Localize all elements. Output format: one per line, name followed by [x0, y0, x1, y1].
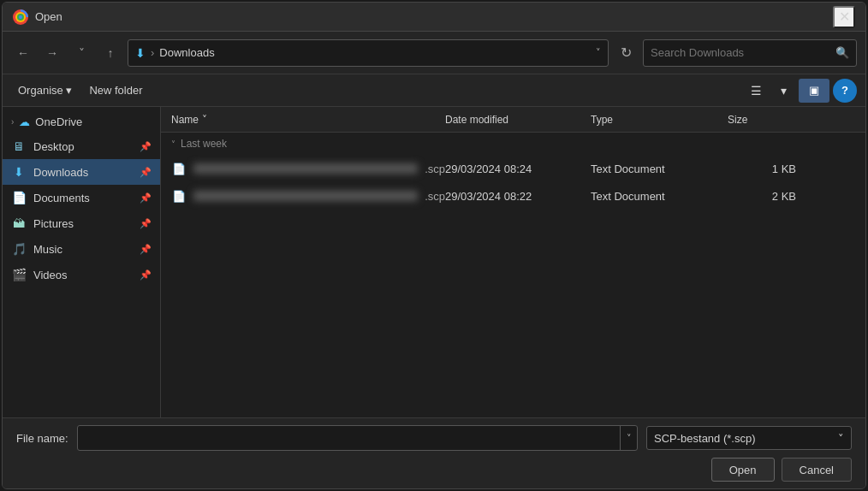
pin-icon: 📌 — [140, 141, 152, 152]
buttons-row: Open Cancel — [16, 458, 852, 482]
col-date-header[interactable]: Date modified — [445, 114, 591, 126]
search-icon: 🔍 — [835, 46, 849, 59]
pictures-pin-icon: 📌 — [140, 218, 152, 229]
file-ext-0: .scp — [425, 163, 445, 175]
toolbar: Organise ▾ New folder ☰ ▾ ▣ ? — [3, 74, 865, 107]
desktop-label: Desktop — [33, 140, 133, 153]
videos-icon: 🎬 — [11, 267, 27, 282]
address-text: Downloads — [159, 46, 591, 59]
file-size-0: 1 KB — [728, 163, 796, 175]
downloads-pin-icon: 📌 — [140, 167, 152, 178]
dialog-title: Open — [35, 10, 62, 23]
bottom-bar: File name: ˅ SCP-bestand (*.scp) ˅ Open … — [3, 417, 865, 488]
type-label: Type — [591, 114, 613, 126]
address-separator: › — [151, 46, 154, 59]
sidebar-item-desktop[interactable]: 🖥 Desktop 📌 — [3, 133, 160, 159]
svg-point-3 — [19, 15, 22, 19]
search-input[interactable] — [651, 46, 830, 59]
videos-pin-icon: 📌 — [140, 269, 152, 281]
refresh-button[interactable]: ↻ — [614, 41, 638, 65]
filetype-label: SCP-bestand (*.scp) — [654, 432, 756, 445]
sidebar-item-pictures[interactable]: 🏔 Pictures 📌 — [3, 210, 160, 236]
table-row[interactable]: 📄 .scp 29/03/2024 08:22 Text Document 2 … — [161, 182, 865, 210]
view-dropdown-button[interactable]: ▾ — [771, 79, 795, 103]
expand-arrow-icon: › — [11, 117, 14, 127]
file-name-blurred-0 — [193, 163, 418, 174]
music-icon: 🎵 — [11, 241, 27, 257]
desktop-icon: 🖥 — [11, 139, 27, 154]
sidebar: › ☁ OneDrive 🖥 Desktop 📌 ⬇ Downloads 📌 📄… — [3, 107, 161, 417]
name-label: Name — [171, 114, 199, 126]
documents-pin-icon: 📌 — [140, 192, 152, 204]
sidebar-item-onedrive[interactable]: › ☁ OneDrive — [3, 110, 160, 133]
file-name-blurred-1 — [193, 191, 418, 201]
file-area: Name ˅ Date modified Type Size ˅ Last we… — [161, 107, 865, 417]
filename-row: File name: ˅ SCP-bestand (*.scp) ˅ — [16, 425, 852, 451]
sidebar-item-documents[interactable]: 📄 Documents 📌 — [3, 185, 160, 210]
filetype-select[interactable]: SCP-bestand (*.scp) ˅ — [646, 426, 852, 450]
cancel-button[interactable]: Cancel — [782, 458, 852, 482]
col-name-header[interactable]: Name ˅ — [171, 114, 445, 126]
back-button[interactable]: ← — [11, 41, 35, 65]
date-label: Date modified — [445, 114, 508, 126]
up-button[interactable]: ↑ — [98, 41, 122, 65]
col-type-header[interactable]: Type — [591, 114, 728, 126]
address-bar[interactable]: ⬇ › Downloads ˅ — [128, 39, 609, 67]
onedrive-label: OneDrive — [35, 115, 82, 128]
address-folder-icon: ⬇ — [135, 46, 146, 60]
close-button[interactable]: ✕ — [833, 6, 855, 28]
main-content: › ☁ OneDrive 🖥 Desktop 📌 ⬇ Downloads 📌 📄… — [3, 107, 865, 417]
music-pin-icon: 📌 — [140, 244, 152, 255]
onedrive-icon: ☁ — [19, 115, 30, 128]
organise-button[interactable]: Organise ▾ — [11, 80, 79, 100]
file-size-1: 2 KB — [728, 190, 796, 203]
file-ext-1: .scp — [425, 190, 445, 203]
videos-label: Videos — [33, 269, 133, 281]
sort-icon: ˅ — [202, 114, 207, 126]
title-bar-left: Open — [13, 9, 62, 25]
filename-label: File name: — [16, 432, 68, 445]
filename-dropdown-icon[interactable]: ˅ — [620, 426, 637, 450]
downloads-label: Downloads — [33, 166, 133, 179]
nav-bar: ← → ˅ ↑ ⬇ › Downloads ˅ ↻ 🔍 — [3, 32, 865, 74]
downloads-icon: ⬇ — [11, 164, 27, 180]
group-expand-icon[interactable]: ˅ — [171, 139, 175, 149]
recent-button[interactable]: ˅ — [69, 41, 93, 65]
new-folder-button[interactable]: New folder — [82, 80, 149, 100]
file-date-0: 29/03/2024 08:24 — [445, 163, 591, 175]
search-bar[interactable]: 🔍 — [643, 39, 857, 67]
documents-icon: 📄 — [11, 190, 27, 205]
col-size-header[interactable]: Size — [728, 114, 796, 126]
view-controls: ☰ ▾ ▣ ? — [744, 79, 857, 103]
pane-toggle-button[interactable]: ▣ — [799, 79, 829, 103]
title-bar: Open ✕ — [3, 3, 865, 32]
help-icon: ? — [841, 84, 848, 97]
address-dropdown-icon[interactable]: ˅ — [596, 47, 601, 58]
forward-button[interactable]: → — [40, 41, 64, 65]
file-icon-0: 📄 — [171, 161, 187, 176]
filename-input[interactable] — [78, 426, 620, 450]
sidebar-item-videos[interactable]: 🎬 Videos 📌 — [3, 262, 160, 287]
file-icon-1: 📄 — [171, 188, 187, 204]
pane-icon: ▣ — [809, 84, 819, 97]
filename-input-wrapper[interactable]: ˅ — [77, 425, 638, 451]
file-type-0: Text Document — [591, 163, 728, 175]
app-logo — [13, 9, 28, 25]
music-label: Music — [33, 243, 133, 256]
pictures-icon: 🏔 — [11, 216, 27, 231]
filetype-dropdown-icon: ˅ — [838, 432, 844, 445]
open-button[interactable]: Open — [711, 458, 775, 482]
help-button[interactable]: ? — [833, 79, 857, 103]
view-list-button[interactable]: ☰ — [744, 79, 768, 103]
sidebar-item-downloads[interactable]: ⬇ Downloads 📌 — [3, 159, 160, 185]
sidebar-item-music[interactable]: 🎵 Music 📌 — [3, 236, 160, 262]
pictures-label: Pictures — [33, 217, 133, 230]
open-dialog: Open ✕ ← → ˅ ↑ ⬇ › Downloads ˅ ↻ 🔍 Organ… — [2, 2, 866, 489]
size-label: Size — [728, 114, 747, 126]
list-icon: ☰ — [751, 84, 762, 98]
file-name-col-1: 📄 .scp — [171, 188, 445, 204]
group-header-last-week: ˅ Last week — [161, 133, 865, 155]
file-name-col-0: 📄 .scp — [171, 161, 445, 176]
file-type-1: Text Document — [591, 190, 728, 203]
table-row[interactable]: 📄 .scp 29/03/2024 08:24 Text Document 1 … — [161, 155, 865, 182]
